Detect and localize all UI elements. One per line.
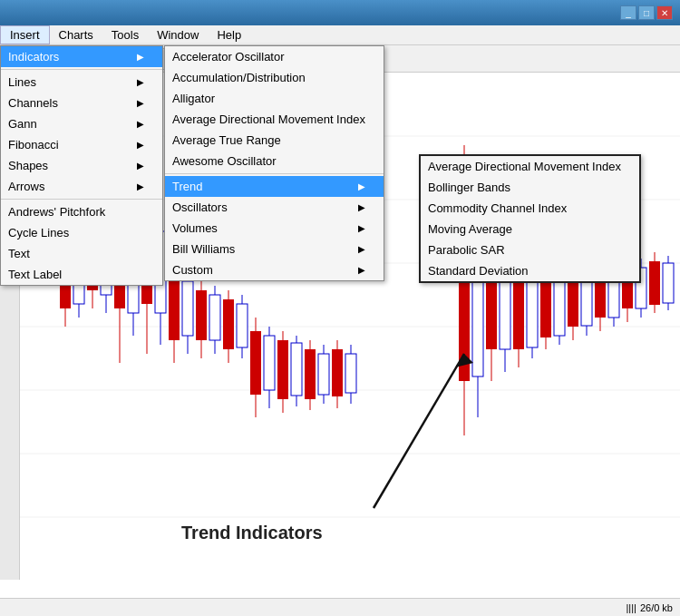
close-button[interactable]: ✕ xyxy=(656,5,673,20)
trend-option-psar[interactable]: Parabolic SAR xyxy=(421,240,639,260)
volumes-label: Volumes xyxy=(172,221,218,235)
admi-label: Average Directional Movement Index xyxy=(172,112,365,126)
svg-rect-51 xyxy=(345,354,356,393)
svg-rect-67 xyxy=(554,277,565,336)
trend-option-admi[interactable]: Average Directional Movement Index xyxy=(421,156,639,177)
svg-rect-43 xyxy=(291,343,302,396)
trend-label: Trend xyxy=(172,180,202,193)
trend-bollinger-label: Bollinger Bands xyxy=(428,181,510,194)
menu-option-fibonacci[interactable]: Fibonacci ▶ xyxy=(1,134,162,155)
custom-label: Custom xyxy=(172,263,213,277)
trend-option-bollinger[interactable]: Bollinger Bands xyxy=(421,177,639,198)
menu-option-textlabel[interactable]: Text Label xyxy=(1,264,162,285)
accelerator-label: Accelerator Oscillator xyxy=(172,50,285,64)
menu-option-text-label: Text xyxy=(8,247,30,260)
svg-rect-45 xyxy=(305,349,316,399)
arrows-arrow-icon: ▶ xyxy=(137,181,144,191)
indicators-submenu: Accelerator Oscillator Accumulation/Dist… xyxy=(164,45,384,281)
status-info: 26/0 kb xyxy=(640,602,673,613)
menu-option-shapes[interactable]: Shapes ▶ xyxy=(1,155,162,176)
status-icon: |||| xyxy=(626,602,636,613)
menu-item-help[interactable]: Help xyxy=(208,25,250,44)
menu-option-cycle[interactable]: Cycle Lines xyxy=(1,222,162,243)
menu-sep-1 xyxy=(1,69,162,70)
accumulation-label: Accumulation/Distribution xyxy=(172,71,306,84)
menu-item-tools[interactable]: Tools xyxy=(102,25,148,44)
trend-option-ma[interactable]: Moving Average xyxy=(421,219,639,240)
svg-rect-35 xyxy=(237,304,248,347)
svg-rect-33 xyxy=(223,299,234,349)
menu-option-indicators[interactable]: Indicators ▶ xyxy=(1,46,162,67)
trend-cci-label: Commodity Channel Index xyxy=(428,201,567,215)
svg-rect-81 xyxy=(649,261,660,305)
menu-bar: Insert Charts Tools Window Help xyxy=(0,25,680,45)
svg-rect-41 xyxy=(277,340,288,399)
lines-arrow-icon: ▶ xyxy=(137,77,144,87)
svg-rect-29 xyxy=(196,290,207,340)
menu-option-lines-label: Lines xyxy=(8,75,36,89)
svg-rect-47 xyxy=(318,354,329,395)
svg-rect-27 xyxy=(182,281,193,336)
svg-rect-31 xyxy=(209,295,220,340)
menu-option-andrews-label: Andrews' Pitchfork xyxy=(8,205,105,219)
menu-option-awesome[interactable]: Awesome Oscillator xyxy=(165,151,384,171)
status-bar: |||| 26/0 kb xyxy=(0,598,680,616)
menu-option-billwilliams[interactable]: Bill Williams ▶ xyxy=(165,239,384,259)
menu-option-atr[interactable]: Average True Range xyxy=(165,130,384,151)
menu-item-window[interactable]: Window xyxy=(148,25,208,44)
custom-arrow-icon: ▶ xyxy=(358,265,365,275)
window-controls: _ □ ✕ xyxy=(620,5,673,20)
menu-option-arrows[interactable]: Arrows ▶ xyxy=(1,176,162,197)
menu-option-trend[interactable]: Trend ▶ xyxy=(165,176,384,197)
svg-rect-83 xyxy=(663,263,674,303)
channels-arrow-icon: ▶ xyxy=(137,98,144,108)
trend-stddev-label: Standard Deviation xyxy=(428,264,529,278)
minimize-button[interactable]: _ xyxy=(620,5,636,20)
menu-option-fibonacci-label: Fibonacci xyxy=(8,138,59,152)
menu-option-andrews[interactable]: Andrews' Pitchfork xyxy=(1,201,162,222)
menu-item-insert[interactable]: Insert xyxy=(0,25,50,44)
billwilliams-label: Bill Williams xyxy=(172,242,235,256)
trend-submenu: Average Directional Movement Index Bolli… xyxy=(419,154,641,283)
menu-option-lines[interactable]: Lines ▶ xyxy=(1,72,162,93)
menu-option-channels-label: Channels xyxy=(8,96,58,110)
svg-rect-39 xyxy=(264,336,275,390)
alligator-label: Alligator xyxy=(172,92,215,105)
gann-arrow-icon: ▶ xyxy=(137,119,144,129)
menu-option-volumes[interactable]: Volumes ▶ xyxy=(165,218,384,239)
menu-option-gann-label: Gann xyxy=(8,117,37,131)
menu-item-charts[interactable]: Charts xyxy=(50,25,102,44)
indicators-arrow-icon: ▶ xyxy=(137,52,144,62)
maximize-button[interactable]: □ xyxy=(638,5,655,20)
svg-rect-49 xyxy=(332,349,343,396)
volumes-arrow-icon: ▶ xyxy=(358,223,365,233)
oscillators-arrow-icon: ▶ xyxy=(358,202,365,212)
menu-option-text[interactable]: Text xyxy=(1,243,162,264)
menu-sep-2 xyxy=(1,199,162,200)
trend-ma-label: Moving Average xyxy=(428,222,512,236)
insert-menu: Indicators ▶ Lines ▶ Channels ▶ Gann ▶ F… xyxy=(0,45,163,286)
billwilliams-arrow-icon: ▶ xyxy=(358,244,365,254)
menu-option-alligator[interactable]: Alligator xyxy=(165,88,384,109)
indicators-sep-1 xyxy=(165,173,384,174)
menu-option-admi[interactable]: Average Directional Movement Index xyxy=(165,109,384,130)
menu-option-indicators-label: Indicators xyxy=(8,50,59,64)
menu-option-gann[interactable]: Gann ▶ xyxy=(1,113,162,134)
menu-option-accelerator[interactable]: Accelerator Oscillator xyxy=(165,46,384,67)
svg-rect-63 xyxy=(527,277,538,347)
menu-option-cycle-label: Cycle Lines xyxy=(8,226,69,240)
svg-rect-61 xyxy=(513,272,524,349)
trend-admi-label: Average Directional Movement Index xyxy=(428,160,621,173)
awesome-label: Awesome Oscillator xyxy=(172,154,277,168)
oscillators-label: Oscillators xyxy=(172,200,228,214)
shapes-arrow-icon: ▶ xyxy=(137,161,144,171)
menu-option-channels[interactable]: Channels ▶ xyxy=(1,93,162,113)
atr-label: Average True Range xyxy=(172,133,281,147)
menu-option-accumulation[interactable]: Accumulation/Distribution xyxy=(165,67,384,88)
trend-option-stddev[interactable]: Standard Deviation xyxy=(421,260,639,281)
trend-option-cci[interactable]: Commodity Channel Index xyxy=(421,198,639,219)
menu-option-textlabel-label: Text Label xyxy=(8,268,62,281)
svg-rect-37 xyxy=(250,331,261,395)
menu-option-oscillators[interactable]: Oscillators ▶ xyxy=(165,197,384,218)
menu-option-custom[interactable]: Custom ▶ xyxy=(165,259,384,280)
